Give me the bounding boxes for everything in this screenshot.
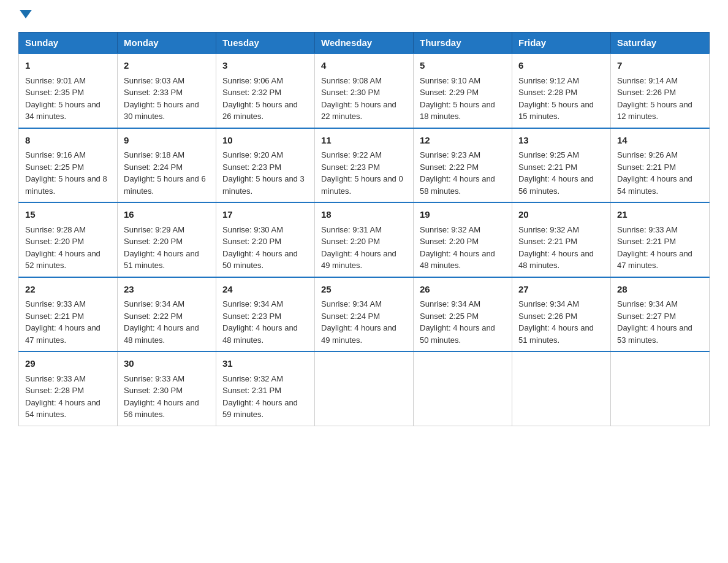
calendar-cell: 14 Sunrise: 9:26 AMSunset: 2:21 PMDaylig… (611, 128, 710, 203)
calendar-cell (611, 351, 710, 426)
day-number: 20 (518, 208, 604, 222)
day-number: 21 (617, 208, 703, 222)
calendar-week-5: 29 Sunrise: 9:33 AMSunset: 2:28 PMDaylig… (19, 351, 710, 426)
day-number: 10 (222, 134, 308, 148)
page-header (18, 12, 710, 21)
day-number: 3 (222, 59, 308, 73)
day-number: 29 (25, 357, 111, 371)
calendar-cell (414, 351, 512, 426)
calendar-cell: 25 Sunrise: 9:34 AMSunset: 2:24 PMDaylig… (315, 277, 414, 352)
day-info: Sunrise: 9:34 AMSunset: 2:27 PMDaylight:… (617, 299, 692, 345)
calendar-header-row: SundayMondayTuesdayWednesdayThursdayFrid… (19, 33, 710, 54)
day-info: Sunrise: 9:32 AMSunset: 2:31 PMDaylight:… (222, 374, 298, 419)
day-number: 5 (420, 59, 506, 73)
calendar-header-friday: Friday (512, 33, 611, 54)
calendar-cell: 18 Sunrise: 9:31 AMSunset: 2:20 PMDaylig… (315, 202, 414, 277)
day-number: 9 (124, 134, 210, 148)
day-number: 25 (321, 283, 407, 297)
calendar-cell: 9 Sunrise: 9:18 AMSunset: 2:24 PMDayligh… (118, 128, 216, 203)
calendar-cell: 30 Sunrise: 9:33 AMSunset: 2:30 PMDaylig… (118, 351, 216, 426)
logo-triangle-icon (20, 10, 32, 18)
day-info: Sunrise: 9:33 AMSunset: 2:21 PMDaylight:… (25, 299, 100, 345)
day-number: 6 (518, 59, 604, 73)
day-number: 11 (321, 134, 407, 148)
day-number: 30 (124, 357, 210, 371)
calendar-cell: 1 Sunrise: 9:01 AMSunset: 2:35 PMDayligh… (19, 53, 118, 128)
day-number: 16 (124, 208, 210, 222)
calendar-cell: 3 Sunrise: 9:06 AMSunset: 2:32 PMDayligh… (216, 53, 315, 128)
calendar-cell: 5 Sunrise: 9:10 AMSunset: 2:29 PMDayligh… (414, 53, 512, 128)
day-info: Sunrise: 9:29 AMSunset: 2:20 PMDaylight:… (124, 225, 199, 270)
calendar-week-2: 8 Sunrise: 9:16 AMSunset: 2:25 PMDayligh… (19, 128, 710, 203)
day-number: 26 (420, 283, 506, 297)
calendar-cell: 28 Sunrise: 9:34 AMSunset: 2:27 PMDaylig… (611, 277, 710, 352)
calendar-cell: 10 Sunrise: 9:20 AMSunset: 2:23 PMDaylig… (216, 128, 315, 203)
day-number: 24 (222, 283, 308, 297)
calendar-cell: 7 Sunrise: 9:14 AMSunset: 2:26 PMDayligh… (611, 53, 710, 128)
day-number: 19 (420, 208, 506, 222)
day-info: Sunrise: 9:34 AMSunset: 2:23 PMDaylight:… (222, 299, 298, 345)
calendar-cell: 6 Sunrise: 9:12 AMSunset: 2:28 PMDayligh… (512, 53, 611, 128)
day-info: Sunrise: 9:10 AMSunset: 2:29 PMDaylight:… (420, 76, 495, 121)
day-info: Sunrise: 9:20 AMSunset: 2:23 PMDaylight:… (222, 150, 305, 196)
logo (18, 12, 32, 21)
day-number: 15 (25, 208, 111, 222)
calendar-cell: 17 Sunrise: 9:30 AMSunset: 2:20 PMDaylig… (216, 202, 315, 277)
day-info: Sunrise: 9:12 AMSunset: 2:28 PMDaylight:… (518, 76, 594, 121)
day-info: Sunrise: 9:01 AMSunset: 2:35 PMDaylight:… (25, 76, 100, 121)
day-number: 7 (617, 59, 703, 73)
day-info: Sunrise: 9:25 AMSunset: 2:21 PMDaylight:… (518, 150, 594, 196)
calendar-cell: 31 Sunrise: 9:32 AMSunset: 2:31 PMDaylig… (216, 351, 315, 426)
day-number: 22 (25, 283, 111, 297)
day-number: 12 (420, 134, 506, 148)
day-info: Sunrise: 9:30 AMSunset: 2:20 PMDaylight:… (222, 225, 298, 270)
day-info: Sunrise: 9:08 AMSunset: 2:30 PMDaylight:… (321, 76, 396, 121)
day-info: Sunrise: 9:06 AMSunset: 2:32 PMDaylight:… (222, 76, 298, 121)
calendar-header-thursday: Thursday (414, 33, 512, 54)
day-info: Sunrise: 9:22 AMSunset: 2:23 PMDaylight:… (321, 150, 403, 196)
calendar-cell: 15 Sunrise: 9:28 AMSunset: 2:20 PMDaylig… (19, 202, 118, 277)
calendar-header-saturday: Saturday (611, 33, 710, 54)
calendar-cell: 20 Sunrise: 9:32 AMSunset: 2:21 PMDaylig… (512, 202, 611, 277)
calendar-header-wednesday: Wednesday (315, 33, 414, 54)
day-info: Sunrise: 9:31 AMSunset: 2:20 PMDaylight:… (321, 225, 396, 270)
calendar-week-3: 15 Sunrise: 9:28 AMSunset: 2:20 PMDaylig… (19, 202, 710, 277)
day-info: Sunrise: 9:16 AMSunset: 2:25 PMDaylight:… (25, 150, 107, 196)
calendar-cell: 24 Sunrise: 9:34 AMSunset: 2:23 PMDaylig… (216, 277, 315, 352)
calendar-header-monday: Monday (118, 33, 216, 54)
day-info: Sunrise: 9:33 AMSunset: 2:30 PMDaylight:… (124, 374, 199, 419)
calendar-header-tuesday: Tuesday (216, 33, 315, 54)
day-info: Sunrise: 9:23 AMSunset: 2:22 PMDaylight:… (420, 150, 495, 196)
calendar-cell: 29 Sunrise: 9:33 AMSunset: 2:28 PMDaylig… (19, 351, 118, 426)
calendar-cell: 19 Sunrise: 9:32 AMSunset: 2:20 PMDaylig… (414, 202, 512, 277)
day-info: Sunrise: 9:34 AMSunset: 2:25 PMDaylight:… (420, 299, 495, 345)
calendar-cell: 27 Sunrise: 9:34 AMSunset: 2:26 PMDaylig… (512, 277, 611, 352)
calendar-cell: 13 Sunrise: 9:25 AMSunset: 2:21 PMDaylig… (512, 128, 611, 203)
day-number: 8 (25, 134, 111, 148)
calendar-cell: 8 Sunrise: 9:16 AMSunset: 2:25 PMDayligh… (19, 128, 118, 203)
day-info: Sunrise: 9:03 AMSunset: 2:33 PMDaylight:… (124, 76, 199, 121)
day-info: Sunrise: 9:28 AMSunset: 2:20 PMDaylight:… (25, 225, 100, 270)
day-info: Sunrise: 9:14 AMSunset: 2:26 PMDaylight:… (617, 76, 692, 121)
calendar-cell: 11 Sunrise: 9:22 AMSunset: 2:23 PMDaylig… (315, 128, 414, 203)
day-number: 31 (222, 357, 308, 371)
calendar-week-1: 1 Sunrise: 9:01 AMSunset: 2:35 PMDayligh… (19, 53, 710, 128)
day-number: 18 (321, 208, 407, 222)
day-number: 23 (124, 283, 210, 297)
calendar-cell: 22 Sunrise: 9:33 AMSunset: 2:21 PMDaylig… (19, 277, 118, 352)
day-number: 1 (25, 59, 111, 73)
day-number: 27 (518, 283, 604, 297)
calendar-cell (512, 351, 611, 426)
day-info: Sunrise: 9:33 AMSunset: 2:21 PMDaylight:… (617, 225, 692, 270)
day-number: 4 (321, 59, 407, 73)
day-info: Sunrise: 9:34 AMSunset: 2:26 PMDaylight:… (518, 299, 594, 345)
day-info: Sunrise: 9:18 AMSunset: 2:24 PMDaylight:… (124, 150, 206, 196)
calendar-table: SundayMondayTuesdayWednesdayThursdayFrid… (18, 32, 710, 426)
calendar-cell: 21 Sunrise: 9:33 AMSunset: 2:21 PMDaylig… (611, 202, 710, 277)
calendar-cell: 16 Sunrise: 9:29 AMSunset: 2:20 PMDaylig… (118, 202, 216, 277)
day-info: Sunrise: 9:34 AMSunset: 2:24 PMDaylight:… (321, 299, 396, 345)
calendar-header-sunday: Sunday (19, 33, 118, 54)
day-info: Sunrise: 9:32 AMSunset: 2:20 PMDaylight:… (420, 225, 495, 270)
day-number: 28 (617, 283, 703, 297)
day-info: Sunrise: 9:34 AMSunset: 2:22 PMDaylight:… (124, 299, 199, 345)
